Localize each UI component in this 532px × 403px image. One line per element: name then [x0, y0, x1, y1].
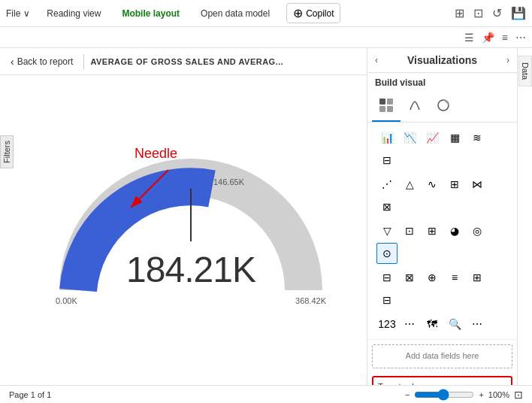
svg-rect-7 [387, 106, 393, 112]
svg-rect-5 [387, 98, 393, 105]
viz-ribbon-icon[interactable]: ⋈ [467, 174, 488, 195]
mobile-layout-menu[interactable]: Mobile layout [117, 5, 184, 22]
collapse-left-button[interactable]: ‹ [375, 55, 378, 65]
target-section: Target value Average of COGS ∨ ✕ [372, 376, 512, 385]
nav-bar: ‹ Back to report AVERAGE OF GROSS SALES … [0, 48, 367, 75]
viz-bar-icon[interactable]: 📊 [376, 127, 397, 148]
save-icon[interactable]: 💾 [511, 6, 526, 20]
filters-tab[interactable]: Filters [0, 135, 14, 168]
data-fields-label: Add data fields here [406, 351, 479, 360]
file-menu[interactable]: File ∨ [6, 8, 30, 19]
needle-arrow-svg [116, 162, 183, 223]
viz-funnel-icon[interactable]: ▽ [376, 220, 397, 241]
zoom-controls: − + 100% ⊡ [405, 389, 523, 401]
main-area: ‹ Back to report AVERAGE OF GROSS SALES … [0, 48, 532, 385]
data-fields-drop[interactable]: Add data fields here [372, 344, 512, 368]
nav-divider [83, 54, 84, 69]
viz-matrix-icon[interactable]: ⊞ [467, 267, 488, 288]
viz-col-icon[interactable]: ▦ [444, 127, 465, 148]
page-indicator: Page 1 of 1 [9, 390, 51, 399]
viz-combo-icon[interactable]: ⊞ [444, 174, 465, 195]
report-canvas: ‹ Back to report AVERAGE OF GROSS SALES … [0, 48, 367, 385]
needle-annotation: Needle [135, 146, 177, 162]
viz-row-1: 📊 📉 📈 ▦ ≋ ⊟ [372, 126, 512, 172]
hamburger-icon[interactable]: ☰ [464, 32, 474, 44]
viz-slicer-icon[interactable]: ≡ [444, 267, 465, 288]
back-label: Back to report [17, 56, 74, 67]
viz-decomp-icon[interactable]: ⋯ [399, 314, 420, 335]
viz-line2-icon[interactable]: ∿ [422, 174, 443, 195]
viz-gauge-icon selected[interactable]: ⊙ [376, 243, 397, 264]
svg-line-1 [131, 170, 168, 208]
copilot-label: Copilot [306, 8, 334, 19]
build-tab-fields[interactable] [372, 92, 401, 122]
layout-icon[interactable]: ⊡ [473, 6, 483, 20]
grid-icon[interactable]: ⊞ [455, 6, 464, 20]
svg-text:146.65K: 146.65K [213, 177, 245, 186]
copilot-icon: ⊕ [293, 6, 303, 20]
svg-rect-6 [379, 106, 385, 112]
gauge-max: 368.42K [295, 296, 326, 305]
viz-geo-icon[interactable]: 🗺 [422, 314, 443, 335]
zoom-plus-icon[interactable]: + [479, 390, 483, 399]
viz-bar2-icon[interactable]: 📉 [399, 127, 420, 148]
svg-rect-4 [379, 98, 385, 105]
status-bar: Page 1 of 1 − + 100% ⊡ [0, 385, 532, 403]
menu-icon-group: ⊞ ⊡ ↺ 💾 [455, 6, 526, 20]
viz-treemap-icon[interactable]: ⊟ [376, 289, 397, 311]
report-title: AVERAGE OF GROSS SALES AND AVERAG... [90, 57, 283, 66]
viz-area-icon[interactable]: ⊟ [376, 150, 397, 171]
open-data-model-menu[interactable]: Open data model [196, 5, 274, 22]
data-tab-label[interactable]: Data [518, 56, 532, 86]
refresh-icon[interactable]: ↺ [492, 6, 502, 20]
file-label[interactable]: File [6, 8, 20, 19]
build-tabs [367, 92, 517, 123]
viz-table-icon[interactable]: ⊞ [422, 220, 443, 241]
zoom-minus-icon[interactable]: − [405, 390, 410, 399]
viz-ai-icon[interactable]: 🔍 [444, 314, 465, 335]
viz-bar3-icon[interactable]: 📈 [422, 127, 443, 148]
viz-filter-icon[interactable]: ⊡ [399, 220, 420, 241]
needle-label: Needle [135, 146, 177, 161]
viz-scatter-icon[interactable]: ⋰ [376, 174, 397, 195]
zoom-slider[interactable] [414, 389, 474, 401]
viz-donut-icon[interactable]: ◎ [467, 220, 488, 241]
back-arrow-icon: ‹ [11, 56, 14, 68]
viz-panel-title: Visualizations [407, 54, 477, 66]
filters-label[interactable]: Filters [0, 135, 14, 168]
build-tab-analytics[interactable] [429, 92, 458, 122]
viz-panel-header: ‹ Visualizations › [367, 48, 517, 73]
fit-page-icon[interactable]: ⊡ [514, 389, 523, 401]
viz-multirow-icon[interactable]: ⊠ [399, 267, 420, 288]
chart-area: Filters Needle [0, 75, 367, 385]
toolbar: ☰ 📌 ≡ ⋯ [0, 27, 532, 48]
viz-row-4: ⊟ ⊠ ⊕ ≡ ⊞ ⊟ [372, 265, 512, 312]
viz-card-icon[interactable]: ⊟ [376, 267, 397, 288]
viz-icon-grid: 📊 📉 📈 ▦ ≋ ⊟ ⋰ △ ∿ ⊞ ⋈ ⊠ ▽ ⊡ ⊞ ◕ [367, 123, 517, 340]
viz-kpi-icon[interactable]: ⊕ [422, 267, 443, 288]
collapse-right-button[interactable]: › [506, 55, 509, 65]
data-tab[interactable]: Data [517, 48, 532, 385]
pin-icon[interactable]: 📌 [482, 32, 494, 44]
viz-pie-icon[interactable]: ◕ [444, 220, 465, 241]
build-visual-label: Build visual [367, 73, 517, 92]
reading-view-menu[interactable]: Reading view [42, 5, 105, 22]
copilot-button[interactable]: ⊕ Copilot [286, 3, 340, 23]
more-icon[interactable]: ⋯ [515, 32, 526, 44]
viz-panel: ‹ Visualizations › Build visual 📊 📉 📈 [367, 48, 517, 385]
filter-toolbar-icon[interactable]: ≡ [502, 32, 508, 44]
viz-waterfall-icon[interactable]: ⊠ [376, 196, 397, 217]
viz-line-icon[interactable]: ≋ [467, 127, 488, 148]
menu-bar: File ∨ Reading view Mobile layout Open d… [0, 0, 532, 27]
viz-map-icon[interactable]: △ [399, 174, 420, 195]
viz-row-2: ⋰ △ ∿ ⊞ ⋈ ⊠ [372, 172, 512, 219]
gauge-value: 184.21K [48, 249, 334, 290]
viz-num-icon[interactable]: 123 [376, 314, 397, 335]
toolbar-icon-group: ☰ 📌 ≡ ⋯ [464, 32, 526, 44]
build-tab-format[interactable] [401, 92, 429, 122]
gauge-svg: 146.65K [48, 125, 334, 335]
back-button[interactable]: ‹ Back to report [6, 53, 77, 71]
viz-row-3: ▽ ⊡ ⊞ ◕ ◎ ⊙ [372, 219, 512, 265]
viz-more-icon[interactable]: ⋯ [467, 314, 488, 335]
zoom-level: 100% [488, 390, 509, 399]
